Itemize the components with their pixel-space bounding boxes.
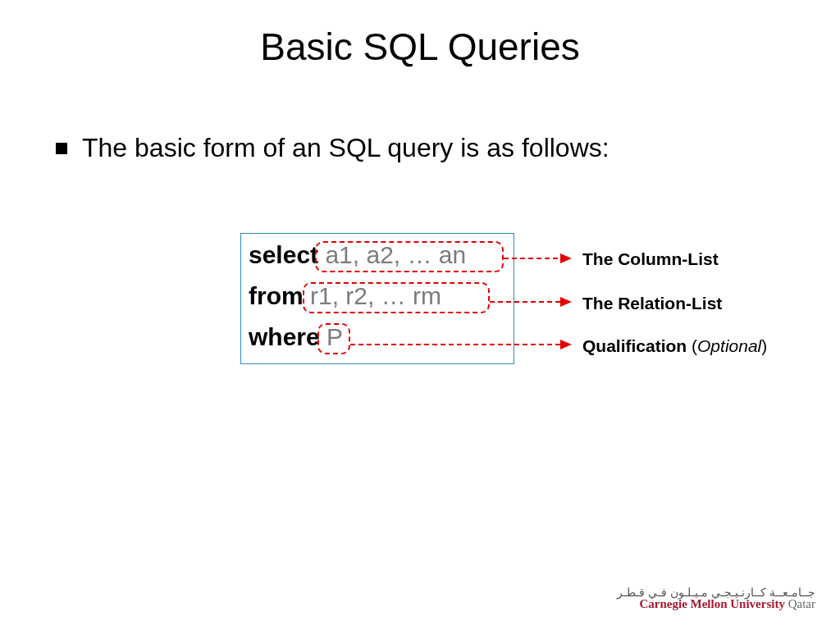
annotation-qualification-note: Optional (697, 336, 761, 355)
highlight-qualification (317, 323, 350, 354)
keyword-where: where (249, 323, 320, 350)
annotation-qualification-label: Qualification (582, 336, 687, 355)
footer-logo: جــامـعــة كــارنـيـجـي مـيـلـون فـي قـط… (617, 587, 815, 610)
keyword-from: from (249, 282, 304, 309)
annotation-relation-list: The Relation-List (582, 294, 722, 313)
highlight-relation-list (303, 282, 490, 313)
footer-english: Carnegie Mellon University Qatar (617, 598, 815, 610)
annotation-column-list: The Column-List (582, 249, 719, 269)
bullet-text: The basic form of an SQL query is as fol… (82, 131, 609, 164)
footer-arabic: جــامـعــة كــارنـيـجـي مـيـلـون فـي قـط… (617, 587, 815, 598)
highlight-column-list (315, 241, 504, 272)
footer-en-grey: Qatar (785, 597, 815, 610)
annotation-qualification: Qualification (Optional) (582, 336, 767, 356)
bullet-marker-icon (56, 143, 67, 154)
slide-title: Basic SQL Queries (0, 25, 840, 69)
footer-en-red: Carnegie Mellon University (639, 597, 784, 610)
keyword-select: select (249, 241, 318, 268)
bullet-row: The basic form of an SQL query is as fol… (56, 131, 609, 164)
